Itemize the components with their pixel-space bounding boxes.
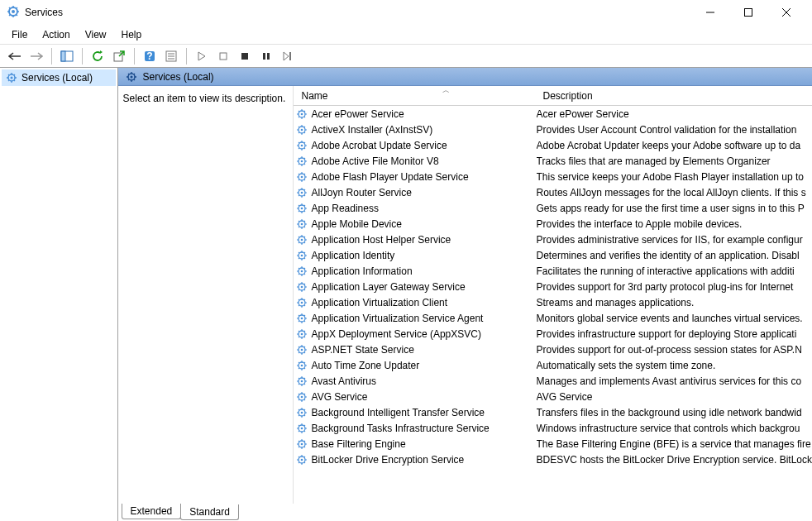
svg-line-56: [299, 117, 299, 117]
svg-rect-23: [220, 53, 227, 60]
service-row[interactable]: Avast AntivirusManages and implements Av…: [294, 373, 812, 389]
services-rows[interactable]: Acer ePower ServiceAcer ePower ServiceAc…: [294, 106, 812, 504]
service-row[interactable]: AVG ServiceAVG Service: [294, 389, 812, 404]
service-name: Base Filtering Engine: [312, 438, 406, 450]
svg-point-259: [300, 442, 303, 445]
export-list-button[interactable]: [109, 46, 129, 66]
svg-line-174: [299, 299, 299, 300]
gear-icon: [295, 249, 308, 262]
service-row[interactable]: Application InformationFacilitates the r…: [294, 263, 812, 279]
svg-rect-25: [263, 53, 265, 60]
minimize-button[interactable]: [691, 0, 729, 25]
svg-point-189: [300, 332, 303, 335]
service-name: Auto Time Zone Updater: [312, 360, 420, 371]
svg-line-125: [304, 227, 305, 227]
service-row[interactable]: ActiveX Installer (AxInstSV)Provides Use…: [294, 122, 812, 137]
svg-point-1: [12, 10, 15, 13]
svg-line-9: [17, 7, 18, 9]
svg-line-36: [8, 80, 9, 81]
title-bar: Services: [0, 0, 812, 26]
menu-help[interactable]: Help: [115, 27, 149, 42]
svg-line-177: [304, 299, 305, 300]
nav-services-local[interactable]: Services (Local): [2, 69, 116, 86]
column-header-name[interactable]: Name: [295, 87, 537, 105]
svg-line-95: [304, 179, 305, 180]
service-row[interactable]: AllJoyn Router ServiceRoutes AllJoyn mes…: [294, 184, 812, 200]
maximize-button[interactable]: [729, 0, 767, 25]
service-row[interactable]: Adobe Active File Monitor V8Tracks files…: [294, 153, 812, 169]
service-row[interactable]: Application Virtualization ClientStreams…: [294, 294, 812, 310]
svg-line-204: [299, 347, 299, 347]
svg-line-84: [299, 158, 299, 159]
service-row[interactable]: Application Host Helper ServiceProvides …: [294, 232, 812, 247]
svg-line-195: [304, 337, 305, 337]
svg-line-277: [304, 456, 305, 457]
service-row[interactable]: App ReadinessGets apps ready for use the…: [294, 200, 812, 216]
svg-line-165: [304, 289, 305, 290]
menu-view[interactable]: View: [79, 27, 113, 42]
pause-service-button[interactable]: [256, 46, 276, 66]
svg-line-34: [8, 74, 9, 75]
gear-icon: [295, 312, 308, 325]
svg-line-137: [304, 237, 305, 237]
svg-rect-15: [61, 51, 65, 61]
svg-line-46: [128, 79, 129, 80]
description-placeholder: Select an item to view its description.: [123, 93, 286, 104]
svg-line-35: [14, 80, 15, 81]
svg-line-166: [299, 289, 299, 290]
navigation-tree: Services (Local): [0, 68, 118, 521]
svg-line-275: [304, 462, 305, 463]
service-row[interactable]: Background Intelligent Transfer ServiceT…: [294, 404, 812, 420]
service-row[interactable]: Apple Mobile DeviceProvides the interfac…: [294, 216, 812, 232]
gear-icon: [125, 70, 138, 84]
service-row[interactable]: BitLocker Drive Encryption ServiceBDESVC…: [294, 452, 812, 467]
back-button[interactable]: [5, 46, 25, 66]
service-row[interactable]: AppX Deployment Service (AppXSVC)Provide…: [294, 326, 812, 342]
service-name: Application Virtualization Service Agent: [312, 313, 484, 324]
help-button[interactable]: ?: [140, 46, 160, 66]
menu-action[interactable]: Action: [36, 27, 76, 42]
service-row[interactable]: ASP.NET State ServiceProvides support fo…: [294, 342, 812, 357]
view-tabs: Extended Standard: [118, 504, 812, 521]
close-button[interactable]: [767, 0, 805, 25]
properties-button[interactable]: [161, 46, 181, 66]
service-name: Application Layer Gateway Service: [312, 281, 466, 293]
svg-point-129: [300, 238, 303, 241]
refresh-button[interactable]: [88, 46, 107, 66]
service-row[interactable]: Base Filtering EngineThe Base Filtering …: [294, 436, 812, 452]
tab-standard[interactable]: Standard: [180, 504, 239, 520]
svg-line-266: [299, 447, 299, 447]
svg-line-75: [304, 148, 305, 149]
svg-point-109: [300, 207, 303, 209]
svg-line-257: [304, 425, 305, 426]
svg-point-59: [300, 128, 303, 131]
svg-line-205: [304, 352, 305, 353]
svg-line-114: [299, 205, 299, 206]
service-name: BitLocker Drive Encryption Service: [312, 454, 465, 466]
svg-line-236: [299, 399, 299, 400]
service-row[interactable]: Acer ePower ServiceAcer ePower Service: [294, 106, 812, 122]
svg-line-214: [299, 362, 299, 363]
restart-service-button[interactable]: [278, 46, 298, 66]
service-row[interactable]: Adobe Acrobat Update ServiceAdobe Acroba…: [294, 137, 812, 153]
show-hide-tree-button[interactable]: [57, 46, 77, 66]
svg-line-76: [299, 148, 299, 149]
svg-line-227: [304, 378, 305, 379]
tab-extended[interactable]: Extended: [122, 504, 182, 519]
service-row[interactable]: Background Tasks Infrastructure ServiceW…: [294, 420, 812, 436]
column-header-description[interactable]: Description: [537, 87, 812, 105]
forward-button[interactable]: [26, 46, 46, 66]
svg-line-184: [299, 315, 299, 316]
service-row[interactable]: Application Layer Gateway ServiceProvide…: [294, 279, 812, 294]
start-service-button[interactable]: [192, 46, 212, 66]
gear-icon: [5, 71, 18, 84]
stop-service-button-2[interactable]: [235, 46, 255, 66]
service-row[interactable]: Adobe Flash Player Update ServiceThis se…: [294, 169, 812, 184]
svg-line-134: [299, 237, 299, 237]
service-row[interactable]: Application Virtualization Service Agent…: [294, 310, 812, 326]
service-row[interactable]: Application IdentityDetermines and verif…: [294, 247, 812, 263]
menu-file[interactable]: File: [5, 27, 34, 42]
svg-line-67: [304, 127, 305, 127]
service-row[interactable]: Auto Time Zone UpdaterAutomatically sets…: [294, 357, 812, 373]
stop-service-button[interactable]: [213, 46, 233, 66]
